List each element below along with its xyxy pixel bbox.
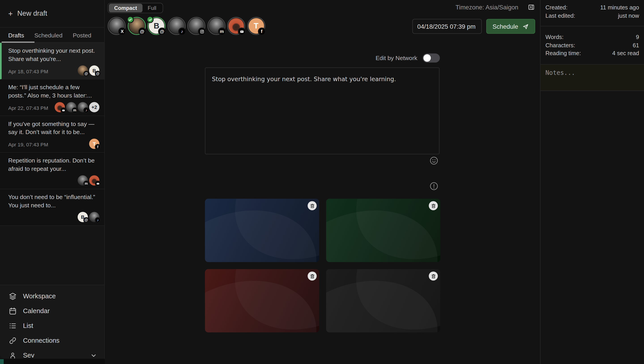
account-chip-threads[interactable]: @: [128, 17, 146, 35]
draft-list-item[interactable]: You don’t need to be “influential.” You …: [0, 189, 104, 226]
topbar-right: Timezone: Asia/Saigon: [456, 4, 535, 11]
draft-date: Apr 22, 07:43 PM: [8, 105, 48, 111]
delete-media-button[interactable]: [308, 201, 317, 210]
threads-badge-icon: @: [84, 217, 89, 223]
sidebar-item-list[interactable]: List: [0, 318, 104, 333]
logo-b-avatar: B@: [78, 212, 88, 222]
facebook-badge-icon: f: [95, 144, 101, 150]
delete-media-button[interactable]: [308, 271, 317, 280]
stat-label: Words:: [545, 33, 564, 42]
post-textarea[interactable]: Stop overthinking your next post. Share …: [205, 67, 440, 154]
edit-by-network-row: Edit by Network: [105, 54, 440, 63]
delete-media-button[interactable]: [429, 201, 438, 210]
man-gray-avatar: ♪: [78, 102, 88, 112]
timezone-label: Timezone: Asia/Saigon: [456, 4, 518, 11]
selected-check-icon: [146, 16, 154, 23]
schedule-button[interactable]: Schedule: [486, 19, 535, 34]
edit-by-network-toggle[interactable]: [423, 54, 440, 63]
sidebar-item-workspace[interactable]: Workspace: [0, 289, 104, 303]
stat-label: Characters:: [545, 41, 575, 49]
tab-scheduled[interactable]: Scheduled: [34, 32, 63, 38]
collapse-panel-icon[interactable]: [528, 4, 535, 11]
sidebar-item-connections[interactable]: Connections: [0, 333, 104, 348]
threads-badge-icon: @: [158, 28, 166, 35]
schedule-datetime-value: 04/18/2025 07:39 pm: [417, 23, 476, 30]
media-attachment-grid: [205, 199, 440, 333]
scheduler-app: + New draft DraftsScheduledPosted Stop o…: [0, 0, 644, 364]
plus-icon: +: [8, 10, 13, 18]
nav-item-label: Workspace: [23, 292, 56, 300]
draft-list-item[interactable]: Me: “I'll just schedule a few posts.” Al…: [0, 79, 104, 116]
draft-preview-text: You don’t need to be “influential.” You …: [8, 194, 95, 210]
sidebar-item-calendar[interactable]: Calendar: [0, 304, 104, 318]
toggle-knob: [423, 54, 431, 62]
man-gray-avatar: m: [66, 102, 76, 112]
view-option-full[interactable]: Full: [142, 4, 162, 13]
man-gray-avatar: ♪: [89, 212, 99, 222]
new-draft-label: New draft: [17, 10, 47, 18]
media-attachment-red[interactable]: [205, 269, 319, 332]
chevron-down-icon[interactable]: [90, 351, 97, 359]
nav-item-label: List: [23, 322, 33, 329]
stat-row: Reading time:4 sec read: [545, 49, 639, 57]
media-attachment-charcoal[interactable]: [326, 269, 440, 332]
meta-row: Created:11 minutes ago: [545, 4, 639, 12]
draft-date: Apr 19, 07:43 PM: [8, 142, 48, 148]
account-chip-facebook[interactable]: Tf: [247, 17, 265, 35]
mastodon-badge-icon: m: [218, 28, 226, 35]
meta-value: just now: [618, 12, 639, 20]
draft-list-item[interactable]: Repetition is reputation. Don’t be afrai…: [0, 153, 104, 189]
notes-textarea[interactable]: Notes...: [540, 64, 644, 91]
extra-accounts-badge: +2: [89, 102, 99, 112]
draft-tabs: DraftsScheduledPosted: [0, 28, 104, 43]
youtube-badge-icon: [238, 28, 246, 35]
view-mode-segmented-control: CompactFull: [108, 3, 163, 13]
selected-check-icon: [127, 16, 134, 23]
warning-icon[interactable]: [429, 181, 438, 191]
tab-posted[interactable]: Posted: [73, 32, 91, 38]
stat-value: 4 sec read: [612, 49, 639, 57]
draft-network-avatars: B@♪: [78, 212, 99, 222]
media-attachment-green[interactable]: [326, 199, 440, 262]
new-draft-button[interactable]: + New draft: [0, 0, 104, 28]
account-chip-row: X@B@♪mTf: [108, 17, 265, 35]
mastodon-badge-icon: m: [84, 181, 89, 187]
draft-list-item[interactable]: Stop overthinking your next post. Share …: [0, 43, 104, 79]
delete-media-button[interactable]: [429, 271, 438, 280]
account-chip-mastodon[interactable]: m: [207, 17, 225, 35]
list-icon: [9, 322, 17, 330]
meta-row: Last edited:just now: [545, 12, 639, 20]
man-color-avatar: @: [78, 65, 88, 76]
schedule-datetime-input[interactable]: 04/18/2025 07:39 pm: [412, 19, 482, 34]
account-chip-youtube[interactable]: [227, 17, 245, 35]
youtube-badge-icon: [95, 181, 101, 187]
account-chip-threads[interactable]: B@: [148, 17, 166, 35]
threads-badge-icon: @: [138, 28, 146, 35]
view-option-compact[interactable]: Compact: [109, 4, 142, 13]
edit-by-network-label: Edit by Network: [376, 55, 417, 61]
send-icon: [522, 23, 529, 30]
draft-list-item[interactable]: If you've got something to say — say it.…: [0, 116, 104, 153]
stat-value: 61: [632, 41, 639, 49]
tab-drafts[interactable]: Drafts: [8, 32, 24, 38]
tiktok-badge-icon: ♪: [84, 107, 89, 113]
media-attachment-navy[interactable]: [205, 199, 319, 262]
link-icon: [9, 336, 17, 345]
stat-label: Reading time:: [545, 49, 581, 57]
emoji-picker-icon[interactable]: [429, 156, 438, 165]
stat-row: Characters:61: [545, 41, 639, 49]
composer: CompactFull Timezone: Asia/Saigon X@B@♪m…: [105, 0, 540, 364]
account-chip-x[interactable]: X: [108, 17, 126, 35]
user-icon: [9, 351, 17, 359]
account-chip-tiktok[interactable]: ♪: [168, 17, 186, 35]
mastodon-badge-icon: m: [72, 107, 78, 113]
meta-label: Last edited:: [545, 12, 575, 20]
nav-item-label: Sev: [23, 352, 34, 359]
schedule-button-label: Schedule: [492, 23, 518, 30]
account-chip-instagram[interactable]: [187, 17, 206, 35]
sidebar-item-sev[interactable]: Sev: [0, 348, 104, 363]
tiktok-badge-icon: ♪: [178, 28, 186, 35]
draft-preview-text: Stop overthinking your next post. Share …: [8, 47, 95, 63]
logo-b-avatar: B@: [89, 65, 99, 76]
details-panel: Created:11 minutes agoLast edited:just n…: [540, 0, 644, 364]
